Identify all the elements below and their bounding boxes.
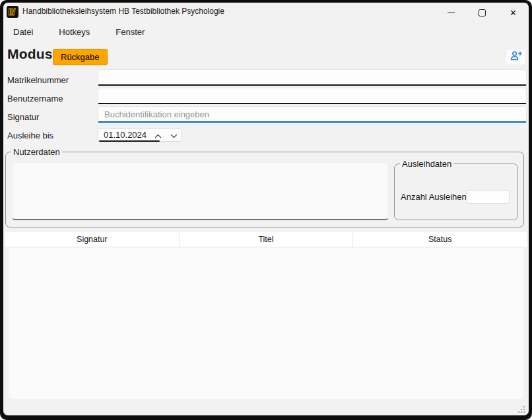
minimize-button[interactable]: [436, 3, 467, 22]
chevron-up-icon: [154, 129, 162, 141]
nutzerdaten-group-title: Nutzerdaten: [11, 146, 62, 158]
anzahl-ausleihen-field[interactable]: [466, 190, 510, 204]
menu-bar: Datei Hotkeys Fenster: [5, 24, 153, 41]
add-user-button[interactable]: [505, 49, 526, 65]
close-icon: ✕: [510, 9, 517, 17]
spin-down-button[interactable]: [166, 129, 182, 141]
title-bar[interactable]: Handbibliotheksleihsystem HB Testbibliot…: [3, 3, 529, 21]
menu-item-datei[interactable]: Datei: [5, 24, 42, 41]
benutzername-field[interactable]: [98, 88, 527, 104]
books-icon: [7, 6, 18, 18]
mode-badge[interactable]: Rückgabe: [53, 49, 108, 65]
nutzerdaten-textarea[interactable]: [12, 162, 389, 220]
window-controls: ✕: [436, 3, 529, 22]
chevron-down-icon: [170, 129, 178, 141]
table-body: [9, 248, 523, 399]
app-window: Handbibliotheksleihsystem HB Testbibliot…: [0, 0, 532, 420]
signatur-label: Signatur: [7, 112, 39, 122]
person-add-icon: [510, 50, 522, 64]
benutzername-label: Benutzername: [7, 94, 63, 104]
close-button[interactable]: ✕: [498, 3, 529, 22]
ausleihe-bis-spinner[interactable]: 01.10.2024: [98, 128, 182, 142]
menu-item-fenster[interactable]: Fenster: [107, 24, 153, 41]
table-header: Signatur Titel Status: [5, 232, 527, 247]
ausleihdaten-group-title: Ausleihdaten: [400, 158, 453, 169]
column-header-titel[interactable]: Titel: [179, 232, 353, 247]
menu-item-hotkeys[interactable]: Hotkeys: [50, 24, 98, 41]
column-header-status[interactable]: Status: [352, 232, 527, 247]
nutzerdaten-group: Nutzerdaten Ausleihdaten Anzahl Ausleihe…: [5, 152, 524, 227]
column-header-signatur[interactable]: Signatur: [5, 232, 179, 247]
window-content: Handbibliotheksleihsystem HB Testbibliot…: [3, 3, 529, 415]
ausleihe-bis-value: 01.10.2024: [98, 130, 147, 140]
spin-up-button[interactable]: [150, 129, 166, 141]
signatur-field[interactable]: [98, 106, 527, 123]
spinner-underline: [99, 140, 160, 142]
window-title: Handbibliotheksleihsystem HB Testbibliot…: [22, 7, 224, 16]
matrikelnummer-label: Matrikelnummer: [7, 75, 69, 85]
anzahl-ausleihen-label: Anzahl Ausleihen: [401, 192, 467, 202]
maximize-icon: [479, 9, 486, 16]
resize-grip-icon[interactable]: [517, 404, 525, 413]
ausleihdaten-group: Ausleihdaten Anzahl Ausleihen: [394, 164, 518, 220]
mode-label: Modus: [7, 46, 53, 62]
minimize-icon: [448, 13, 455, 13]
ausleihe-bis-label: Ausleihe bis: [7, 131, 53, 140]
matrikelnummer-field[interactable]: [98, 69, 527, 86]
maximize-button[interactable]: [467, 3, 498, 22]
